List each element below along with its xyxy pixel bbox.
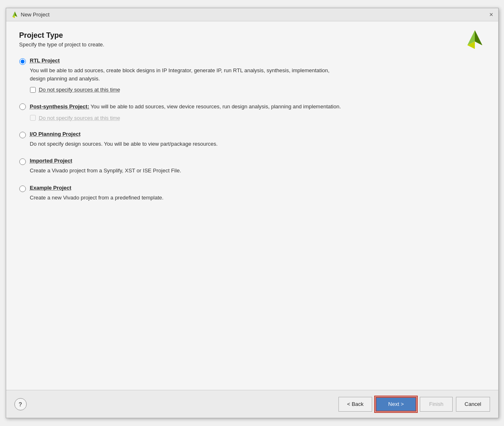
radio-io-planning[interactable] xyxy=(19,132,26,138)
option-label-rtl: RTL Project xyxy=(30,57,60,64)
option-row-example: Example Project xyxy=(19,185,485,192)
page-subtitle: Specify the type of project to create. xyxy=(19,41,485,48)
option-group-imported: Imported Project Create a Vivado project… xyxy=(19,158,485,175)
page-header: Project Type Specify the type of project… xyxy=(19,31,485,48)
option-group-post-synthesis: Post-synthesis Project: You will be able… xyxy=(19,103,485,121)
radio-example[interactable] xyxy=(19,186,26,192)
checkbox-post-synthesis-no-sources[interactable] xyxy=(30,115,36,121)
option-group-rtl: RTL Project You will be able to add sour… xyxy=(19,57,485,93)
new-project-dialog: New Project × Project Type Specify the t… xyxy=(6,8,499,418)
svg-marker-1 xyxy=(15,11,17,17)
vivado-logo-icon xyxy=(11,11,18,18)
option-desc-rtl: You will be able to add sources, create … xyxy=(30,66,485,82)
option-label-io-planning: I/O Planning Project xyxy=(30,131,81,137)
option-row-imported: Imported Project xyxy=(19,158,485,165)
option-row-io-planning: I/O Planning Project xyxy=(19,131,485,138)
radio-rtl[interactable] xyxy=(19,58,26,65)
dialog-title: New Project xyxy=(21,11,50,18)
checkbox-row-rtl: Do not specify sources at this time xyxy=(30,87,485,93)
checkbox-rtl-no-sources[interactable] xyxy=(30,87,36,93)
footer-left: ? xyxy=(14,398,27,410)
content-area: Project Type Specify the type of project… xyxy=(6,21,498,390)
radio-post-synthesis[interactable] xyxy=(19,103,26,110)
option-desc-io-planning: Do not specify design sources. You will … xyxy=(30,140,485,148)
close-button[interactable]: × xyxy=(489,11,493,18)
option-row-rtl: RTL Project xyxy=(19,57,485,65)
svg-marker-4 xyxy=(475,30,482,45)
option-desc-imported: Create a Vivado project from a Synplify,… xyxy=(30,167,485,175)
option-row-post-synthesis: Post-synthesis Project: You will be able… xyxy=(19,103,485,111)
checkbox-label-rtl: Do not specify sources at this time xyxy=(39,87,120,93)
option-label-example: Example Project xyxy=(30,185,71,191)
page-title: Project Type xyxy=(19,31,485,40)
option-group-example: Example Project Create a new Vivado proj… xyxy=(19,185,485,202)
option-desc-post-synthesis-inline: You will be able to add sources, view de… xyxy=(90,103,341,110)
options-container: RTL Project You will be able to add sour… xyxy=(19,57,485,202)
radio-imported[interactable] xyxy=(19,158,26,165)
footer: ? < Back Next > Finish Cancel xyxy=(6,390,498,418)
option-group-io-planning: I/O Planning Project Do not specify desi… xyxy=(19,131,485,148)
finish-button[interactable]: Finish xyxy=(420,397,453,412)
help-button[interactable]: ? xyxy=(14,398,27,410)
option-label-imported: Imported Project xyxy=(30,158,72,164)
checkbox-row-post-synthesis: Do not specify sources at this time xyxy=(30,115,485,121)
footer-right: < Back Next > Finish Cancel xyxy=(338,397,490,412)
back-button[interactable]: < Back xyxy=(338,397,372,412)
next-button[interactable]: Next > xyxy=(375,397,417,412)
checkbox-label-post-synthesis: Do not specify sources at this time xyxy=(39,115,120,121)
option-label-post-synthesis: Post-synthesis Project: You will be able… xyxy=(30,103,341,111)
title-bar-left: New Project xyxy=(11,11,50,18)
vivado-logo-large-icon xyxy=(465,30,485,50)
title-bar: New Project × xyxy=(6,8,498,21)
option-desc-example: Create a new Vivado project from a prede… xyxy=(30,194,485,202)
cancel-button[interactable]: Cancel xyxy=(456,397,490,412)
